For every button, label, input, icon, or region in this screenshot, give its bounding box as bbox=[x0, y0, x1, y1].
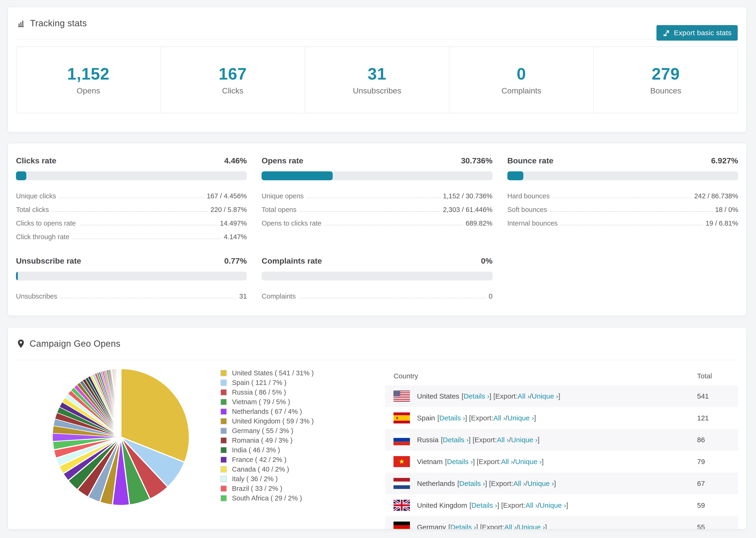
country-row: Spain [Details ›] [Export: All › / Uniqu… bbox=[385, 407, 738, 429]
export-all-link[interactable]: All › bbox=[493, 414, 506, 422]
progress-bar-fill bbox=[261, 171, 333, 180]
legend-item[interactable]: Italy ( 36 / 2% ) bbox=[220, 474, 314, 484]
legend-item[interactable]: Canada ( 40 / 2% ) bbox=[220, 464, 314, 474]
export-all-link[interactable]: All › bbox=[513, 480, 525, 488]
details-link[interactable]: Details › bbox=[439, 414, 465, 422]
stat-value: 1,152 bbox=[67, 65, 109, 83]
export-unique-link[interactable]: Unique › bbox=[527, 480, 554, 488]
export-all-link[interactable]: All › bbox=[518, 392, 530, 400]
divider bbox=[16, 39, 738, 40]
export-unique-link[interactable]: Unique › bbox=[515, 458, 542, 466]
total-cell: 121 bbox=[697, 414, 738, 422]
legend-item[interactable]: Russia ( 86 / 5% ) bbox=[220, 388, 314, 397]
stat-box: 31 Unsubscribes bbox=[305, 47, 449, 113]
legend-item[interactable]: France ( 42 / 2% ) bbox=[220, 455, 314, 464]
rate-head: Complaints rate 0% bbox=[261, 256, 492, 265]
country-cell: Vietnam [Details ›] [Export: All › / Uni… bbox=[385, 456, 697, 467]
rate-panel: Opens rate 30.736% Unique opens 1,152 / … bbox=[261, 156, 492, 241]
legend-item[interactable]: India ( 46 / 3% ) bbox=[220, 445, 314, 455]
rate-rows: Complaints 0 bbox=[261, 287, 492, 301]
dotted-leader bbox=[59, 198, 204, 198]
country-row: Netherlands [Details ›] [Export: All › /… bbox=[385, 472, 738, 494]
details-link[interactable]: Details › bbox=[450, 523, 476, 529]
export-unique-link[interactable]: Unique › bbox=[511, 436, 537, 444]
country-name: United Kingdom bbox=[417, 501, 467, 510]
legend-item[interactable]: Vietnam ( 79 / 5% ) bbox=[220, 397, 314, 407]
details-link[interactable]: Details › bbox=[459, 480, 485, 488]
legend-label: Canada ( 40 / 2% ) bbox=[232, 465, 289, 473]
total-column-header: Total bbox=[697, 372, 738, 380]
country-row: Russia [Details ›] [Export: All › / Uniq… bbox=[385, 429, 738, 451]
stat-label: Complaints bbox=[502, 86, 541, 95]
legend-swatch bbox=[220, 428, 227, 434]
stat-box: 0 Complaints bbox=[449, 47, 593, 113]
country-row: United Kingdom [Details ›] [Export: All … bbox=[385, 494, 738, 516]
rate-detail-label: Soft bounces bbox=[507, 206, 547, 214]
page-title: Tracking stats bbox=[30, 18, 87, 28]
details-link[interactable]: Details › bbox=[447, 458, 473, 466]
legend-item[interactable]: Romania ( 49 / 3% ) bbox=[220, 436, 314, 445]
progress-bar-track bbox=[507, 171, 738, 180]
export-unique-link[interactable]: Unique › bbox=[532, 392, 558, 400]
rate-detail-value: 18 / 0% bbox=[715, 206, 738, 214]
legend-item[interactable]: United Kingdom ( 59 / 3% ) bbox=[220, 416, 314, 426]
details-link[interactable]: Details › bbox=[471, 501, 497, 510]
legend-label: United Kingdom ( 59 / 3% ) bbox=[232, 417, 314, 425]
country-name: Spain bbox=[417, 414, 435, 422]
rate-title: Unsubscribe rate bbox=[16, 256, 81, 265]
export-all-link[interactable]: All › bbox=[497, 436, 509, 444]
progress-bar-track bbox=[261, 272, 492, 281]
export-all-link[interactable]: All › bbox=[525, 501, 538, 510]
legend-item[interactable]: United States ( 541 / 31% ) bbox=[220, 368, 314, 378]
rate-detail-value: 1,152 / 30.736% bbox=[443, 192, 492, 200]
legend-swatch bbox=[220, 457, 227, 463]
export-unique-link[interactable]: Unique › bbox=[507, 414, 534, 422]
vn-flag-icon bbox=[394, 456, 410, 467]
rate-percent: 30.736% bbox=[461, 156, 492, 165]
legend-label: Romania ( 49 / 3% ) bbox=[232, 437, 293, 444]
total-cell: 55 bbox=[697, 523, 738, 529]
rate-detail-row: Opens to clicks rate 689.82% bbox=[261, 214, 492, 228]
total-cell: 67 bbox=[697, 480, 738, 488]
rate-detail-label: Total opens bbox=[261, 206, 296, 214]
legend-item[interactable]: Spain ( 121 / 7% ) bbox=[220, 378, 314, 388]
country-name: Vietnam bbox=[417, 458, 443, 466]
rate-detail-row: Total clicks 220 / 5.87% bbox=[16, 200, 247, 214]
legend-swatch bbox=[220, 476, 227, 482]
progress-bar-track bbox=[16, 171, 247, 180]
rate-title: Clicks rate bbox=[16, 156, 56, 165]
tracking-stats-card: Tracking stats Export basic stats 1,152 … bbox=[8, 7, 746, 132]
rate-detail-label: Clicks to opens rate bbox=[16, 219, 76, 228]
stat-label: Unsubscribes bbox=[353, 86, 401, 95]
rate-detail-label: Complaints bbox=[261, 293, 296, 301]
dotted-leader bbox=[298, 298, 486, 298]
stat-value: 31 bbox=[368, 65, 387, 83]
legend-swatch bbox=[220, 495, 227, 501]
bar-chart-icon bbox=[17, 19, 26, 28]
export-basic-stats-button[interactable]: Export basic stats bbox=[657, 25, 738, 41]
rate-panel: Complaints rate 0% Complaints 0 bbox=[261, 256, 492, 301]
export-all-link[interactable]: All › bbox=[501, 458, 513, 466]
details-link[interactable]: Details › bbox=[463, 392, 489, 400]
geo-opens-pie-chart[interactable] bbox=[48, 364, 194, 510]
legend-item[interactable]: Brazil ( 33 / 2% ) bbox=[220, 484, 314, 493]
geo-countries-table: Country Total United States [Details ›] … bbox=[385, 367, 738, 529]
rate-head: Bounce rate 6.927% bbox=[507, 156, 738, 165]
export-unique-link[interactable]: Unique › bbox=[518, 523, 545, 529]
legend-item[interactable]: South Africa ( 29 / 2% ) bbox=[220, 493, 314, 503]
tracking-stats-header: Tracking stats bbox=[8, 7, 746, 39]
pie-slice[interactable] bbox=[121, 368, 121, 437]
rate-detail-row: Hard bounces 242 / 86.738% bbox=[507, 187, 738, 200]
export-unique-link[interactable]: Unique › bbox=[540, 501, 566, 510]
legend-item[interactable]: Netherlands ( 67 / 4% ) bbox=[220, 407, 314, 416]
gb-flag-icon bbox=[394, 500, 410, 511]
rate-head: Clicks rate 4.46% bbox=[16, 156, 247, 165]
rate-percent: 0.77% bbox=[224, 256, 247, 265]
rate-detail-value: 2,303 / 61.446% bbox=[443, 206, 492, 214]
export-all-link[interactable]: All › bbox=[504, 523, 516, 529]
details-link[interactable]: Details › bbox=[443, 436, 469, 444]
stat-value: 0 bbox=[517, 65, 526, 83]
legend-swatch bbox=[220, 399, 227, 405]
legend-item[interactable]: Germany ( 55 / 3% ) bbox=[220, 426, 314, 436]
rate-title: Opens rate bbox=[261, 156, 303, 165]
